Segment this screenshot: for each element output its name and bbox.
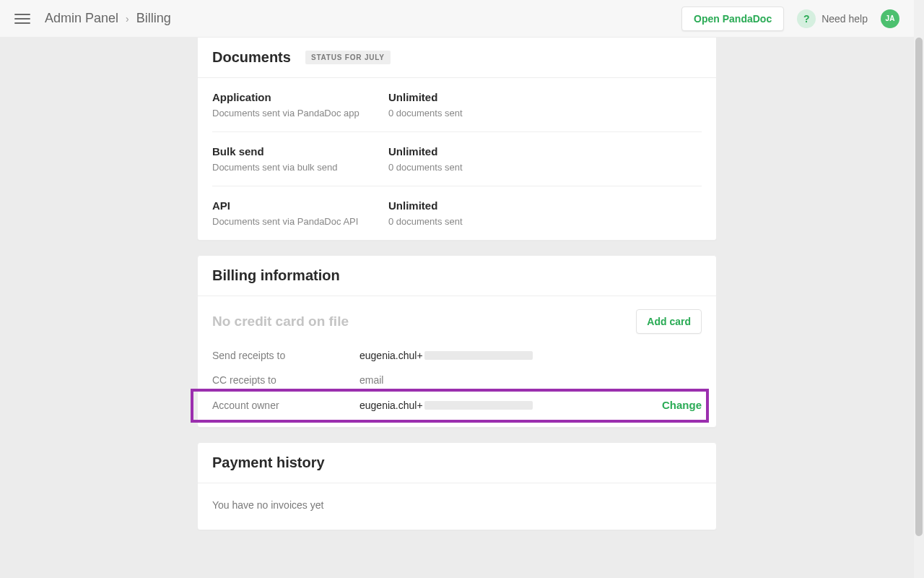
documents-row: Application Documents sent via PandaDoc … bbox=[212, 78, 702, 132]
payment-title: Payment history bbox=[212, 454, 325, 471]
open-pandadoc-button[interactable]: Open PandaDoc bbox=[681, 7, 784, 31]
doc-row-label: API bbox=[212, 199, 388, 212]
doc-row-sub: Documents sent via bulk send bbox=[212, 162, 388, 173]
send-receipts-label: Send receipts to bbox=[212, 350, 359, 361]
need-help-button[interactable]: ? Need help bbox=[797, 9, 868, 28]
payment-empty-text: You have no invoices yet bbox=[198, 483, 716, 530]
send-receipts-row: Send receipts to eugenia.chul+ bbox=[212, 350, 702, 374]
payment-card-header: Payment history bbox=[198, 443, 716, 483]
help-icon: ? bbox=[797, 9, 816, 28]
documents-card: Documents STATUS FOR JULY Application Do… bbox=[197, 38, 717, 241]
no-card-text: No credit card on file bbox=[212, 314, 349, 329]
billing-card-header: Billing information bbox=[198, 256, 716, 296]
doc-row-label: Application bbox=[212, 91, 388, 103]
doc-row-label: Bulk send bbox=[212, 145, 388, 158]
doc-row-sub: Documents sent via PandaDoc API bbox=[212, 216, 388, 227]
highlight-annotation bbox=[191, 389, 709, 423]
doc-row-limit: Unlimited bbox=[388, 199, 702, 212]
redacted-text bbox=[424, 351, 533, 360]
documents-body: Application Documents sent via PandaDoc … bbox=[198, 78, 716, 240]
billing-top: No credit card on file Add card bbox=[212, 296, 702, 350]
documents-title: Documents bbox=[212, 49, 291, 66]
documents-card-header: Documents STATUS FOR JULY bbox=[198, 38, 716, 78]
payment-history-card: Payment history You have no invoices yet bbox=[197, 442, 717, 530]
chevron-right-icon: › bbox=[126, 13, 129, 25]
send-receipts-value: eugenia.chul+ bbox=[359, 350, 533, 361]
billing-title: Billing information bbox=[212, 267, 340, 284]
breadcrumb-billing[interactable]: Billing bbox=[136, 11, 171, 26]
header-right: Open PandaDoc ? Need help JA bbox=[681, 7, 899, 31]
doc-row-limit: Unlimited bbox=[388, 91, 702, 103]
menu-icon[interactable] bbox=[14, 11, 30, 27]
doc-row-limit: Unlimited bbox=[388, 145, 702, 158]
cc-receipts-value: email bbox=[359, 374, 383, 386]
breadcrumb: Admin Panel › Billing bbox=[45, 11, 171, 26]
doc-row-count: 0 documents sent bbox=[388, 162, 702, 173]
documents-row: API Documents sent via PandaDoc API Unli… bbox=[212, 186, 702, 240]
status-badge: STATUS FOR JULY bbox=[305, 51, 391, 64]
doc-row-count: 0 documents sent bbox=[388, 108, 702, 118]
page-content: Documents STATUS FOR JULY Application Do… bbox=[0, 38, 914, 578]
avatar[interactable]: JA bbox=[881, 9, 899, 28]
app-header: Admin Panel › Billing Open PandaDoc ? Ne… bbox=[0, 0, 914, 38]
scrollbar-thumb[interactable] bbox=[915, 38, 923, 536]
doc-row-count: 0 documents sent bbox=[388, 216, 702, 227]
doc-row-sub: Documents sent via PandaDoc app bbox=[212, 108, 388, 118]
need-help-label: Need help bbox=[821, 13, 868, 25]
add-card-button[interactable]: Add card bbox=[636, 309, 702, 334]
cc-receipts-label: CC receipts to bbox=[212, 374, 359, 386]
breadcrumb-admin[interactable]: Admin Panel bbox=[45, 11, 118, 26]
scrollbar-track[interactable] bbox=[914, 0, 924, 578]
documents-row: Bulk send Documents sent via bulk send U… bbox=[212, 132, 702, 186]
